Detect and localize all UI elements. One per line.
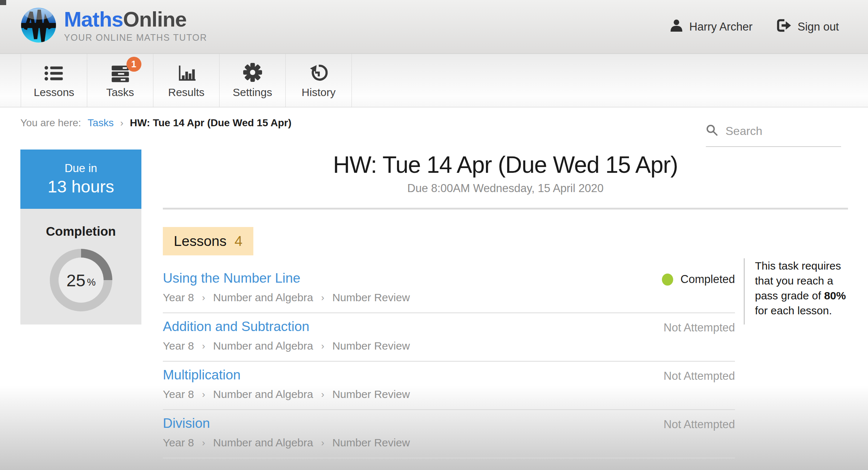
lessons-section-badge: Lessons 4 [163,227,253,255]
logo[interactable]: MathsOnline YOUR ONLINE MATHS TUTOR [20,7,207,45]
nav-cells: Lessons [21,54,352,107]
nav-label: Results [168,86,204,99]
status-label: Not Attempted [664,370,735,383]
list-icon [44,63,64,82]
lesson-status: Not Attempted [664,370,735,383]
sign-out-label: Sign out [797,20,839,33]
bar-chart-icon [177,63,196,82]
lesson-status: Completed [662,273,735,286]
nav-item-history[interactable]: History [285,54,352,107]
chevron-separator: › [321,340,324,352]
page: MathsOnline YOUR ONLINE MATHS TUTOR Harr… [0,0,868,470]
lesson-row: Using the Number Line Year 8 › Number an… [163,265,735,313]
divider [163,208,848,210]
page-subtitle: Due 8:00AM Wednesday, 15 April 2020 [163,182,848,195]
lesson-row: Division Year 8 › Number and Algebra › N… [163,410,735,458]
completion-panel: Completion 25 % [20,209,141,324]
lesson-breadcrumb: Year 8 › Number and Algebra › Number Rev… [163,437,735,449]
search-icon [706,124,718,138]
note-bold: 80% [824,290,846,302]
brand-tagline: YOUR ONLINE MATHS TUTOR [64,32,207,43]
pass-grade-note: This task requires that you reach a pass… [744,258,850,324]
user-name: Harry Archer [689,20,752,33]
due-countdown-panel: Due in 13 hours [20,150,141,209]
path-segment: Year 8 [163,437,194,449]
chevron-separator: › [202,292,205,303]
window-corner [0,0,6,5]
lesson-breadcrumb: Year 8 › Number and Algebra › Number Rev… [163,388,735,401]
nav-item-settings[interactable]: Settings [219,54,285,107]
chevron-separator: › [120,118,124,129]
chevron-separator: › [202,437,205,449]
page-title: HW: Tue 14 Apr (Due Wed 15 Apr) [163,151,848,178]
chevron-separator: › [202,340,205,352]
completion-percent-symbol: % [87,277,96,288]
status-label: Completed [680,273,735,286]
lesson-link[interactable]: Addition and Subtraction [163,319,309,334]
nav-label: History [302,86,335,99]
path-segment: Year 8 [163,340,194,352]
chevron-separator: › [202,389,205,400]
completion-donut-hole: 25 % [59,258,104,303]
path-segment: Number Review [332,388,410,401]
breadcrumb-prefix: You are here: [20,117,81,129]
status-label: Not Attempted [664,418,735,431]
lesson-link[interactable]: Multiplication [163,367,241,383]
nav-label: Settings [233,86,272,99]
completed-dot-icon [662,274,673,286]
lesson-status: Not Attempted [664,418,735,431]
gear-icon [243,63,262,82]
breadcrumb: You are here: Tasks › HW: Tue 14 Apr (Du… [20,108,292,138]
nav-item-results[interactable]: Results [153,54,219,107]
lessons-badge-count: 4 [234,233,242,249]
search-box [706,116,841,147]
lesson-link[interactable]: Using the Number Line [163,271,300,286]
path-segment: Number and Algebra [213,291,313,304]
lesson-row: Addition and Subtraction Year 8 › Number… [163,313,735,362]
path-segment: Year 8 [163,291,194,304]
breadcrumb-current: HW: Tue 14 Apr (Due Wed 15 Apr) [130,117,291,129]
lesson-link[interactable]: Division [163,416,210,431]
due-label: Due in [65,162,97,175]
user-icon [670,19,683,35]
sign-out-button[interactable]: Sign out [776,18,839,36]
status-label: Not Attempted [664,321,735,334]
history-clock-icon [309,63,329,82]
due-value: 13 hours [48,176,114,196]
logo-orb-icon [20,7,57,45]
path-segment: Number Review [332,437,410,449]
path-segment: Year 8 [163,388,194,401]
breadcrumb-tasks-link[interactable]: Tasks [88,117,114,129]
header: MathsOnline YOUR ONLINE MATHS TUTOR Harr… [0,0,868,54]
sign-out-icon [776,18,792,36]
tasks-icon: 1 [110,63,130,82]
brand-primary: Maths [64,7,123,31]
nav-label: Tasks [106,86,134,99]
tasks-count-badge: 1 [126,57,141,72]
path-segment: Number and Algebra [213,388,313,401]
lessons-badge-label: Lessons [174,233,226,249]
lesson-breadcrumb: Year 8 › Number and Algebra › Number Rev… [163,340,735,352]
completion-donut: 25 % [50,249,112,311]
path-segment: Number Review [332,340,410,352]
nav-item-lessons[interactable]: Lessons [21,54,87,107]
main-nav: Lessons [0,54,868,107]
lesson-row: Multiplication Year 8 › Number and Algeb… [163,362,735,410]
nav-label: Lessons [34,86,75,99]
note-text: for each lesson. [755,304,832,316]
lesson-status: Not Attempted [664,321,735,334]
path-segment: Number and Algebra [213,437,313,449]
brand-name: MathsOnline [64,9,207,30]
chevron-separator: › [321,292,324,303]
search-input[interactable] [725,124,868,138]
chevron-separator: › [321,437,324,449]
path-segment: Number Review [332,291,410,304]
user-menu[interactable]: Harry Archer [670,19,752,35]
completion-title: Completion [20,224,141,239]
completion-percent: 25 [67,270,85,290]
chevron-separator: › [321,389,324,400]
path-segment: Number and Algebra [213,340,313,352]
lesson-breadcrumb: Year 8 › Number and Algebra › Number Rev… [163,291,735,304]
nav-item-tasks[interactable]: 1 Tasks [87,54,153,107]
header-user-area: Harry Archer Sign out [670,0,839,53]
